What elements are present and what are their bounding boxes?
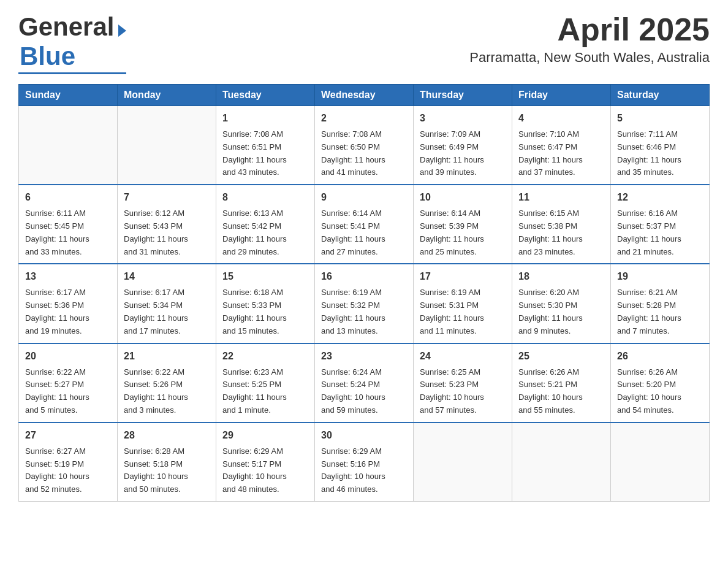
logo-blue-text: Blue [20, 42, 75, 71]
day-info: Sunrise: 6:14 AMSunset: 5:41 PMDaylight:… [321, 207, 407, 258]
day-number: 6 [25, 190, 111, 205]
calendar-cell: 7Sunrise: 6:12 AMSunset: 5:43 PMDaylight… [118, 185, 216, 264]
day-info: Sunrise: 6:27 AMSunset: 5:19 PMDaylight:… [25, 445, 111, 496]
day-info: Sunrise: 6:22 AMSunset: 5:26 PMDaylight:… [124, 366, 210, 417]
calendar-cell: 5Sunrise: 7:11 AMSunset: 6:46 PMDaylight… [611, 106, 710, 185]
day-info: Sunrise: 6:17 AMSunset: 5:34 PMDaylight:… [124, 286, 210, 337]
calendar-week-3: 13Sunrise: 6:17 AMSunset: 5:36 PMDayligh… [19, 264, 710, 343]
day-info: Sunrise: 6:28 AMSunset: 5:18 PMDaylight:… [124, 445, 210, 496]
day-number: 4 [518, 111, 604, 126]
calendar-cell: 6Sunrise: 6:11 AMSunset: 5:45 PMDaylight… [19, 185, 118, 264]
calendar-cell: 10Sunrise: 6:14 AMSunset: 5:39 PMDayligh… [414, 185, 512, 264]
day-info: Sunrise: 6:21 AMSunset: 5:28 PMDaylight:… [617, 286, 703, 337]
day-number: 5 [617, 111, 703, 126]
title-area: April 2025 Parramatta, New South Wales, … [469, 12, 710, 66]
day-number: 27 [25, 428, 111, 443]
calendar-cell: 28Sunrise: 6:28 AMSunset: 5:18 PMDayligh… [118, 423, 216, 502]
calendar-cell [611, 423, 710, 502]
calendar-body: 1Sunrise: 7:08 AMSunset: 6:51 PMDaylight… [19, 106, 710, 502]
calendar-cell: 21Sunrise: 6:22 AMSunset: 5:26 PMDayligh… [118, 343, 216, 423]
day-number: 1 [222, 111, 308, 126]
calendar-cell: 29Sunrise: 6:29 AMSunset: 5:17 PMDayligh… [216, 423, 315, 502]
calendar-week-1: 1Sunrise: 7:08 AMSunset: 6:51 PMDaylight… [19, 106, 710, 185]
calendar-cell: 19Sunrise: 6:21 AMSunset: 5:28 PMDayligh… [611, 264, 710, 343]
calendar-cell: 4Sunrise: 7:10 AMSunset: 6:47 PMDaylight… [512, 106, 611, 185]
calendar-cell: 20Sunrise: 6:22 AMSunset: 5:27 PMDayligh… [19, 343, 118, 423]
calendar-cell: 1Sunrise: 7:08 AMSunset: 6:51 PMDaylight… [216, 106, 315, 185]
day-info: Sunrise: 6:19 AMSunset: 5:32 PMDaylight:… [321, 286, 407, 337]
day-info: Sunrise: 7:11 AMSunset: 6:46 PMDaylight:… [617, 128, 703, 179]
calendar-cell: 30Sunrise: 6:29 AMSunset: 5:16 PMDayligh… [315, 423, 414, 502]
day-info: Sunrise: 6:20 AMSunset: 5:30 PMDaylight:… [518, 286, 604, 337]
day-number: 10 [420, 190, 506, 205]
calendar-cell [512, 423, 611, 502]
day-header-wednesday: Wednesday [315, 85, 414, 106]
day-header-tuesday: Tuesday [216, 85, 315, 106]
day-info: Sunrise: 6:29 AMSunset: 5:16 PMDaylight:… [321, 445, 407, 496]
day-number: 28 [124, 428, 210, 443]
day-info: Sunrise: 6:18 AMSunset: 5:33 PMDaylight:… [222, 286, 308, 337]
calendar-cell: 16Sunrise: 6:19 AMSunset: 5:32 PMDayligh… [315, 264, 414, 343]
day-number: 15 [222, 269, 308, 284]
logo-general-text: General [18, 12, 114, 41]
day-header-saturday: Saturday [611, 85, 710, 106]
calendar-cell [118, 106, 216, 185]
day-info: Sunrise: 6:24 AMSunset: 5:24 PMDaylight:… [321, 366, 407, 417]
day-number: 30 [321, 428, 407, 443]
day-header-sunday: Sunday [19, 85, 118, 106]
day-number: 7 [124, 190, 210, 205]
day-info: Sunrise: 6:29 AMSunset: 5:17 PMDaylight:… [222, 445, 308, 496]
calendar-cell: 24Sunrise: 6:25 AMSunset: 5:23 PMDayligh… [414, 343, 512, 423]
page-title: April 2025 [469, 12, 710, 47]
calendar-cell: 9Sunrise: 6:14 AMSunset: 5:41 PMDaylight… [315, 185, 414, 264]
day-number: 11 [518, 190, 604, 205]
day-info: Sunrise: 6:17 AMSunset: 5:36 PMDaylight:… [25, 286, 111, 337]
calendar-cell: 18Sunrise: 6:20 AMSunset: 5:30 PMDayligh… [512, 264, 611, 343]
day-info: Sunrise: 7:09 AMSunset: 6:49 PMDaylight:… [420, 128, 506, 179]
day-info: Sunrise: 7:08 AMSunset: 6:50 PMDaylight:… [321, 128, 407, 179]
day-info: Sunrise: 6:22 AMSunset: 5:27 PMDaylight:… [25, 366, 111, 417]
day-info: Sunrise: 6:26 AMSunset: 5:21 PMDaylight:… [518, 366, 604, 417]
day-number: 19 [617, 269, 703, 284]
day-info: Sunrise: 6:19 AMSunset: 5:31 PMDaylight:… [420, 286, 506, 337]
day-header-thursday: Thursday [414, 85, 512, 106]
day-info: Sunrise: 6:16 AMSunset: 5:37 PMDaylight:… [617, 207, 703, 258]
day-header-friday: Friday [512, 85, 611, 106]
calendar-table: SundayMondayTuesdayWednesdayThursdayFrid… [18, 84, 710, 502]
calendar-cell: 17Sunrise: 6:19 AMSunset: 5:31 PMDayligh… [414, 264, 512, 343]
day-info: Sunrise: 6:14 AMSunset: 5:39 PMDaylight:… [420, 207, 506, 258]
calendar-week-2: 6Sunrise: 6:11 AMSunset: 5:45 PMDaylight… [19, 185, 710, 264]
day-number: 24 [420, 349, 506, 364]
day-number: 21 [124, 349, 210, 364]
page-header: General Blue April 2025 Parramatta, New … [18, 12, 710, 74]
day-info: Sunrise: 7:10 AMSunset: 6:47 PMDaylight:… [518, 128, 604, 179]
day-number: 2 [321, 111, 407, 126]
calendar-cell: 22Sunrise: 6:23 AMSunset: 5:25 PMDayligh… [216, 343, 315, 423]
logo: General Blue [18, 12, 126, 74]
day-number: 17 [420, 269, 506, 284]
day-info: Sunrise: 6:12 AMSunset: 5:43 PMDaylight:… [124, 207, 210, 258]
day-number: 25 [518, 349, 604, 364]
calendar-header: SundayMondayTuesdayWednesdayThursdayFrid… [19, 85, 710, 106]
calendar-cell: 26Sunrise: 6:26 AMSunset: 5:20 PMDayligh… [611, 343, 710, 423]
logo-triangle-icon [118, 25, 126, 37]
calendar-cell: 14Sunrise: 6:17 AMSunset: 5:34 PMDayligh… [118, 264, 216, 343]
day-info: Sunrise: 7:08 AMSunset: 6:51 PMDaylight:… [222, 128, 308, 179]
calendar-cell: 2Sunrise: 7:08 AMSunset: 6:50 PMDaylight… [315, 106, 414, 185]
calendar-cell [414, 423, 512, 502]
day-info: Sunrise: 6:15 AMSunset: 5:38 PMDaylight:… [518, 207, 604, 258]
calendar-cell: 3Sunrise: 7:09 AMSunset: 6:49 PMDaylight… [414, 106, 512, 185]
calendar-cell [19, 106, 118, 185]
day-info: Sunrise: 6:26 AMSunset: 5:20 PMDaylight:… [617, 366, 703, 417]
calendar-cell: 13Sunrise: 6:17 AMSunset: 5:36 PMDayligh… [19, 264, 118, 343]
logo-underline [18, 72, 126, 74]
calendar-cell: 12Sunrise: 6:16 AMSunset: 5:37 PMDayligh… [611, 185, 710, 264]
calendar-cell: 15Sunrise: 6:18 AMSunset: 5:33 PMDayligh… [216, 264, 315, 343]
day-number: 12 [617, 190, 703, 205]
day-number: 23 [321, 349, 407, 364]
page-subtitle: Parramatta, New South Wales, Australia [469, 50, 710, 66]
day-number: 14 [124, 269, 210, 284]
day-number: 8 [222, 190, 308, 205]
day-header-monday: Monday [118, 85, 216, 106]
day-number: 3 [420, 111, 506, 126]
